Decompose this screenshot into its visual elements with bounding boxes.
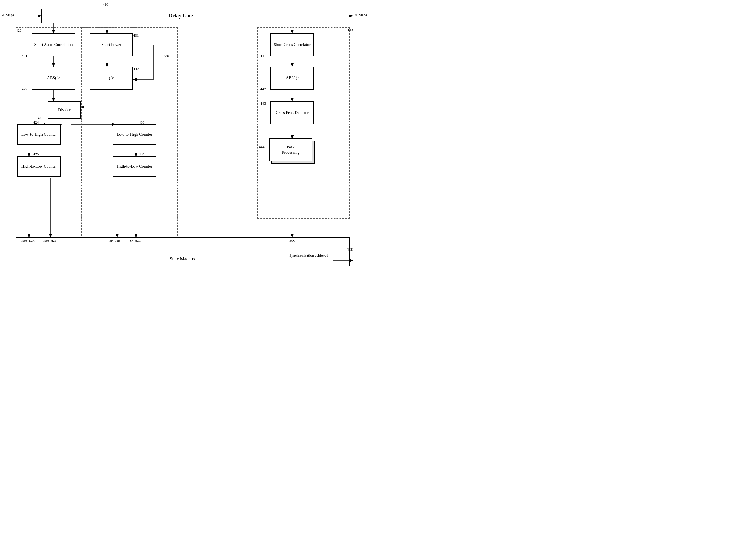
high-low-counter-1-box: High-to-Low Counter: [17, 156, 61, 177]
output-label: 20Msps: [354, 13, 367, 18]
cross-peak-detector-label: Cross Peak Detector: [276, 110, 309, 115]
ref-433: 433: [139, 120, 145, 125]
ref-442: 442: [260, 87, 266, 91]
ref-421: 421: [22, 54, 27, 58]
diagram: Delay Line 410 20Msps 20Msps 420 430 440…: [0, 0, 367, 280]
ref-425: 425: [33, 152, 39, 157]
short-auto-correlation-label: Short Auto- Correlation: [34, 42, 73, 47]
delay-line-box: Delay Line: [41, 9, 320, 23]
ref-422: 422: [22, 87, 27, 91]
sq-1-label: (.)²: [109, 76, 114, 81]
ref-100: 100: [347, 247, 353, 252]
high-low-counter-2-label: High-to-Low Counter: [117, 164, 152, 169]
ref-410: 410: [103, 2, 109, 7]
state-machine-box: State Machine: [16, 237, 350, 266]
sync-label: Synchronization achieved: [289, 253, 328, 258]
ref-431: 431: [133, 33, 139, 38]
cross-peak-detector-box: Cross Peak Detector: [271, 101, 314, 124]
short-auto-correlation-box: Short Auto- Correlation: [32, 33, 75, 56]
short-power-label: Short Power: [101, 42, 122, 47]
ref-430: 430: [164, 54, 169, 58]
low-high-counter-1-label: Low-to-High Counter: [21, 132, 57, 137]
ref-434: 434: [139, 152, 145, 157]
short-power-box: Short Power: [90, 33, 133, 56]
nsa-h2l-label: NSA_H2L: [43, 239, 57, 242]
low-high-counter-1-box: Low-to-High Counter: [17, 124, 61, 145]
dashed-divider: [81, 27, 82, 239]
ref-441: 441: [260, 54, 266, 58]
ref-424: 424: [33, 120, 39, 125]
ref-432: 432: [133, 67, 139, 71]
abs-sq-2-label: ABS(.)²: [286, 76, 299, 81]
abs-sq-1-box: ABS(.)²: [32, 67, 75, 90]
nsa-l2h-label: NSA_L2H: [21, 239, 35, 242]
input-label: 20Msps: [1, 13, 14, 18]
divider-label: Divider: [58, 107, 71, 113]
divider-box: Divider: [48, 101, 81, 119]
ref-444: 444: [259, 145, 265, 149]
high-low-counter-2-box: High-to-Low Counter: [113, 156, 156, 177]
ref-420: 420: [16, 28, 22, 33]
state-machine-label: State Machine: [170, 256, 196, 262]
peak-processing-label-front: PeakProcessing: [282, 145, 300, 155]
low-high-counter-2-box: Low-to-High Counter: [113, 124, 156, 145]
ref-440: 440: [347, 27, 353, 32]
ref-423: 423: [38, 116, 43, 120]
sp-l2h-label: SP_L2H: [109, 239, 120, 242]
ref-443: 443: [260, 101, 266, 106]
high-low-counter-1-label: High-to-Low Counter: [21, 164, 57, 169]
peak-processing-box-front: PeakProcessing: [269, 138, 313, 161]
sq-1-box: (.)²: [90, 67, 133, 90]
short-cross-correlator-label: Short Cross Correlator: [274, 42, 311, 47]
scc-label: SCC: [289, 239, 295, 242]
delay-line-label: Delay Line: [169, 12, 193, 19]
sync-arrow: [333, 256, 356, 265]
sp-h2l-label: SP_H2L: [130, 239, 141, 242]
low-high-counter-2-label: Low-to-High Counter: [117, 132, 152, 137]
short-cross-correlator-box: Short Cross Correlator: [271, 33, 314, 56]
abs-sq-1-label: ABS(.)²: [47, 76, 60, 81]
abs-sq-2-box: ABS(.)²: [271, 67, 314, 90]
